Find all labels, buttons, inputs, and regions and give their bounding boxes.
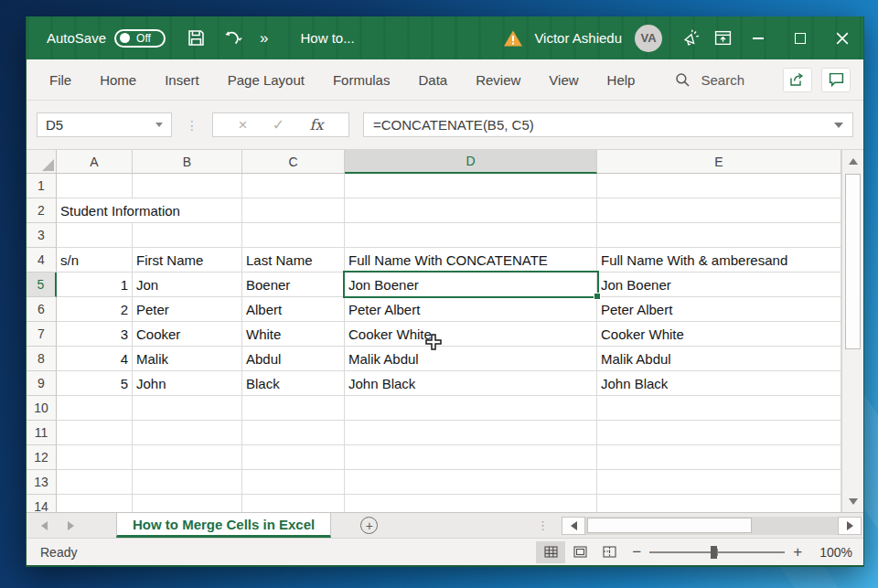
cell-C11[interactable] (242, 421, 345, 445)
row-header-11[interactable]: 11 (27, 421, 57, 445)
page-break-preview-button[interactable] (594, 541, 624, 563)
cell-A1[interactable] (57, 174, 133, 198)
more-commands-icon[interactable]: » (260, 29, 269, 48)
undo-button[interactable] (222, 30, 242, 47)
cell-C8[interactable]: Abdul (242, 347, 345, 371)
scroll-up-button[interactable] (842, 150, 863, 172)
name-box[interactable]: D5 (37, 112, 172, 137)
row-header-4[interactable]: 4 (27, 248, 57, 273)
cell-A14[interactable] (57, 495, 133, 512)
save-icon[interactable] (187, 29, 205, 47)
tab-review[interactable]: Review (476, 72, 520, 88)
cell-C4[interactable]: Last Name (242, 248, 345, 273)
cell-E4[interactable]: Full Name With & amberesand (597, 248, 841, 273)
tab-insert[interactable]: Insert (165, 72, 199, 88)
cell-A7[interactable]: 3 (57, 322, 133, 347)
cell-C6[interactable]: Albert (242, 297, 345, 322)
cell-E14[interactable] (597, 495, 841, 512)
cell-D2[interactable] (345, 198, 597, 223)
cell-C14[interactable] (242, 495, 345, 512)
row-header-5[interactable]: 5 (27, 273, 57, 297)
row-header-12[interactable]: 12 (27, 445, 57, 470)
cell-A13[interactable] (57, 470, 133, 495)
cell-D7[interactable]: Cooker White (345, 322, 597, 347)
minimize-button[interactable] (737, 16, 779, 59)
vertical-scrollbar-thumb[interactable] (845, 174, 861, 349)
cell-B11[interactable] (133, 421, 242, 445)
cell-D5[interactable]: Jon Boener (345, 273, 597, 297)
cell-A3[interactable] (57, 223, 133, 248)
cell-A5[interactable]: 1 (57, 273, 133, 297)
formula-bar-splitter[interactable]: ⋮ (186, 118, 198, 133)
expand-formula-bar-icon[interactable] (834, 123, 843, 128)
previous-sheet-icon[interactable] (41, 521, 48, 530)
cell-C5[interactable]: Boener (242, 273, 345, 297)
row-header-10[interactable]: 10 (27, 396, 57, 421)
formula-input[interactable]: =CONCATENATE(B5, C5) (363, 112, 853, 137)
maximize-button[interactable] (779, 16, 821, 59)
cell-C7[interactable]: White (242, 322, 345, 347)
zoom-slider[interactable] (649, 546, 785, 559)
cell-D4[interactable]: Full Name With CONCATENATE (345, 248, 597, 273)
column-header-A[interactable]: A (57, 150, 133, 174)
scroll-right-button[interactable] (838, 517, 862, 535)
cell-A12[interactable] (57, 445, 133, 470)
cell-D3[interactable] (345, 223, 597, 248)
cell-E7[interactable]: Cooker White (597, 322, 841, 347)
normal-view-button[interactable] (536, 541, 565, 563)
cell-B12[interactable] (133, 445, 242, 470)
column-header-E[interactable]: E (597, 150, 841, 174)
cell-C9[interactable]: Black (242, 371, 345, 396)
tab-file[interactable]: File (49, 72, 71, 88)
cell-C13[interactable] (242, 470, 345, 495)
cell-A6[interactable]: 2 (57, 297, 133, 322)
name-box-dropdown-icon[interactable] (155, 123, 163, 127)
tab-help[interactable]: Help (607, 72, 636, 88)
horizontal-scrollbar-track[interactable] (585, 517, 838, 535)
page-layout-view-button[interactable] (565, 541, 594, 563)
row-header-2[interactable]: 2 (27, 198, 57, 223)
next-sheet-icon[interactable] (68, 521, 74, 530)
scroll-left-button[interactable] (562, 517, 585, 535)
cell-A11[interactable] (57, 421, 133, 445)
row-header-1[interactable]: 1 (27, 174, 57, 198)
row-header-13[interactable]: 13 (27, 470, 57, 495)
cell-E1[interactable] (597, 174, 841, 198)
cell-D14[interactable] (345, 495, 597, 512)
tab-scrollbar-splitter[interactable]: ⋮ (537, 519, 549, 532)
tab-formulas[interactable]: Formulas (333, 72, 391, 88)
cell-B3[interactable] (133, 223, 242, 248)
zoom-slider-thumb[interactable] (711, 546, 717, 559)
cell-D11[interactable] (345, 421, 597, 445)
coming-soon-megaphone-icon[interactable] (682, 28, 701, 48)
cell-E9[interactable]: John Black (597, 371, 841, 396)
tab-view[interactable]: View (549, 72, 578, 88)
zoom-level[interactable]: 100% (810, 545, 852, 560)
cell-B13[interactable] (133, 470, 242, 495)
zoom-out-button[interactable]: − (624, 543, 649, 561)
zoom-in-button[interactable]: + (785, 543, 810, 561)
cell-B5[interactable]: Jon (133, 273, 242, 297)
vertical-scrollbar[interactable] (841, 150, 863, 512)
cell-C2[interactable] (242, 198, 345, 223)
cell-E8[interactable]: Malik Abdul (597, 347, 841, 371)
cell-D9[interactable]: John Black (345, 371, 597, 396)
select-all-button[interactable] (27, 150, 57, 174)
cell-E13[interactable] (597, 470, 841, 495)
tab-data[interactable]: Data (418, 72, 447, 88)
user-avatar[interactable]: VA (635, 25, 662, 52)
cell-D8[interactable]: Malik Abdul (345, 347, 597, 371)
row-header-7[interactable]: 7 (27, 322, 57, 347)
cell-C1[interactable] (242, 174, 345, 198)
cell-E11[interactable] (597, 421, 841, 445)
cell-D6[interactable]: Peter Albert (345, 297, 597, 322)
cell-E5[interactable]: Jon Boener (597, 273, 841, 297)
cell-E12[interactable] (597, 445, 841, 470)
cell-D12[interactable] (345, 445, 597, 470)
search-box[interactable]: Search (675, 72, 744, 88)
ribbon-display-options-icon[interactable] (714, 30, 732, 46)
autosave-toggle[interactable]: AutoSave Off (47, 29, 166, 48)
cell-A9[interactable]: 5 (57, 371, 133, 396)
cell-B1[interactable] (133, 174, 242, 198)
cell-C12[interactable] (242, 445, 345, 470)
